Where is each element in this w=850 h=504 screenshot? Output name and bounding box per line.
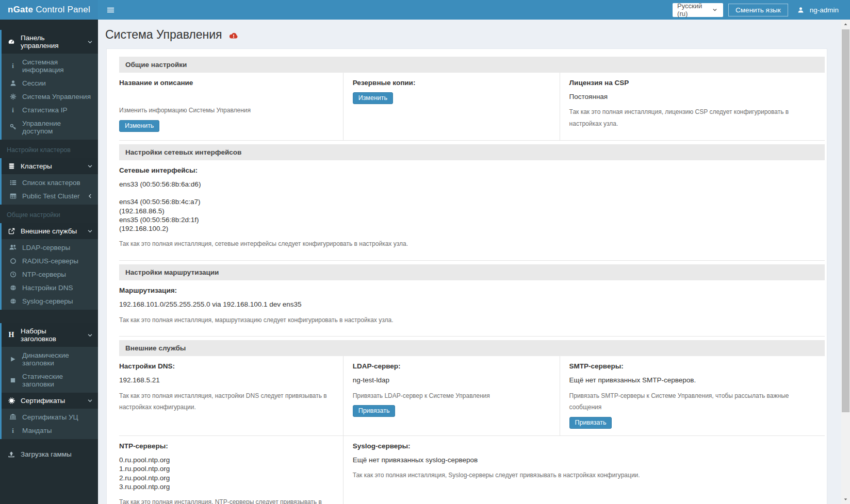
sidebar-item-dynamic-headers[interactable]: Динамические заголовки [2,348,98,369]
top-navbar: nGate Control Panel Русский (ru) Сменить… [0,0,850,20]
dns-value: 192.168.5.21 [119,376,334,384]
upload-icon [7,451,16,458]
vertical-scrollbar [841,20,850,504]
table-icon [8,193,18,199]
sidebar-item-radius-servers[interactable]: RADIUS-серверы [2,254,98,267]
cloud-warning-icon[interactable] [229,31,238,40]
cell-note: Так как это полная инсталляция, маршрути… [119,314,815,326]
cell-title: LDAP-сервер: [353,362,550,370]
header-icon: H [7,331,16,339]
scroll-down-button[interactable] [841,495,850,503]
page-title: Система Управления [105,28,222,42]
sidebar-item-public-test-cluster[interactable]: Public Test Cluster [2,189,98,203]
sidebar-item-clusters[interactable]: Кластеры [2,158,98,174]
sidebar-item-ca-certificates[interactable]: Сертификаты УЦ [2,410,98,424]
name-description-cell: Название и описание Изменить информацию … [119,73,343,140]
sidebar-item-cluster-list[interactable]: Список кластеров [2,176,98,189]
sidebar-group-clusters: Кластеры Список кластеров Public Test Cl… [0,158,98,205]
language-select[interactable]: Русский (ru) [673,3,723,17]
sidebar-group-dashboard: Панель управления iСистемная информация … [0,30,98,140]
scroll-up-icon [841,22,850,27]
cell-note: Привязать LDAP-сервер к Системе Управлен… [353,390,550,402]
certificate-icon [7,397,16,404]
navbar-body: Русский (ru) Сменить язык ng-admin [98,0,850,20]
gear-icon [8,93,18,100]
clock-icon [8,271,18,278]
cell-title: Syslog-серверы: [353,442,815,450]
username: ng-admin [810,6,839,14]
sidebar-item-access-management[interactable]: Управление доступом [2,116,98,138]
sidebar-item-mandates[interactable]: iМандаты [2,424,98,437]
user-icon [8,80,18,87]
ldap-value: ng-test-ldap [353,376,550,384]
navbar-right: Русский (ru) Сменить язык ng-admin [673,0,850,20]
sidebar-item-ldap-servers[interactable]: LDAP-серверы [2,241,98,254]
cell-note: Так как это полная инсталляция, сетевые … [119,238,815,250]
csp-license-cell: Лицензия на CSP Постоянная Так как это п… [560,73,825,140]
chevron-down-icon [87,163,93,169]
backups-cell: Резервные копии: Изменить [343,73,560,140]
sidebar-item-syslog-servers[interactable]: Syslog-серверы [2,294,98,308]
syslog-value: Ещё нет привязанных syslog-серверов [353,456,815,464]
app-logo[interactable]: nGate Control Panel [0,0,98,20]
bind-smtp-button[interactable]: Привязать [569,417,612,429]
sidebar-item-management-system[interactable]: Система Управления [2,90,98,103]
network-interfaces-cell: Сетевые интерфейсы: ens33 (00:50:56:8b:6… [119,160,825,260]
user-icon [796,7,806,13]
edit-backups-button[interactable]: Изменить [353,92,393,104]
sidebar-header-clusters: Настройки кластеров [0,140,98,158]
routing-cell: Маршрутизация: 192.168.101.0/255.255.255… [119,280,825,336]
section-header: Внешние службы [119,340,825,356]
cell-title: Маршрутизация: [119,287,815,294]
users-icon [8,244,18,251]
info-icon: i [8,62,18,69]
circle-icon [8,258,18,264]
sidebar-group-certificates: Сертификаты Сертификаты УЦ iМандаты [0,393,98,439]
sidebar-item-ntp-servers[interactable]: NTP-серверы [2,267,98,281]
sidebar-item-gamma-upload[interactable]: Загрузка гаммы [0,446,98,462]
sidebar-item-static-headers[interactable]: Статические заголовки [2,369,98,391]
settings-panel: Общие настройки Название и описание Изме… [106,48,827,504]
list-icon [8,179,18,186]
chevron-left-icon [87,193,93,199]
info-icon: i [8,107,18,113]
cell-title: NTP-серверы: [119,442,334,450]
cell-title: Лицензия на CSP [569,79,815,87]
sidebar-item-dashboard[interactable]: Панель управления [2,30,98,54]
sidebar-item-sessions[interactable]: Сессии [2,76,98,90]
brand-bold: nGate [8,5,33,15]
cell-title: Сетевые интерфейсы: [119,166,815,174]
user-menu[interactable]: ng-admin [793,6,842,14]
sidebar-item-certificates[interactable]: Сертификаты [2,393,98,409]
edit-name-button[interactable]: Изменить [119,120,159,132]
ntp-cell: NTP-серверы: 0.ru.pool.ntp.org 1.ru.pool… [119,436,343,504]
bind-ldap-button[interactable]: Привязать [353,405,396,417]
sidebar-group-external-services: Внешние службы LDAP-серверы RADIUS-серве… [0,223,98,310]
sidebar: Панель управления iСистемная информация … [0,20,98,504]
stop-icon [8,377,18,383]
sidebar-item-ip-statistics[interactable]: iСтатистика IP [2,103,98,116]
tachometer-icon [7,38,16,45]
change-language-button[interactable]: Сменить язык [728,4,788,16]
cell-note: Привязать SMTP-серверы к Системе Управле… [569,390,815,414]
ldap-cell: LDAP-сервер: ng-test-ldap Привязать LDAP… [343,356,560,435]
sidebar-item-header-sets[interactable]: H Наборы заголовков [2,323,98,347]
syslog-cell: Syslog-серверы: Ещё нет привязанных sysl… [343,436,825,504]
content-header: Система Управления [98,20,841,47]
scrollbar-thumb[interactable] [842,29,849,412]
main-content: Система Управления Общие настройки Назва… [98,20,841,504]
sidebar-item-system-info[interactable]: iСистемная информация [2,55,98,76]
sidebar-item-external-services[interactable]: Внешние службы [2,223,98,239]
hamburger-icon [106,6,115,14]
cell-title: Название и описание [119,79,334,87]
sidebar-item-dns-settings[interactable]: Настройки DNS [2,281,98,294]
ntp-servers-value: 0.ru.pool.ntp.org 1.ru.pool.ntp.org 2.ru… [119,456,334,491]
smtp-value: Ещё нет привязанных SMTP-серверов. [569,376,815,384]
section-header: Настройки маршрутизации [119,264,825,280]
chevron-down-icon [87,228,93,234]
external-link-icon [7,228,16,234]
key-icon [8,124,18,130]
sidebar-toggle-button[interactable] [98,0,123,20]
info-icon: i [8,427,18,434]
scroll-up-button[interactable] [841,20,850,29]
